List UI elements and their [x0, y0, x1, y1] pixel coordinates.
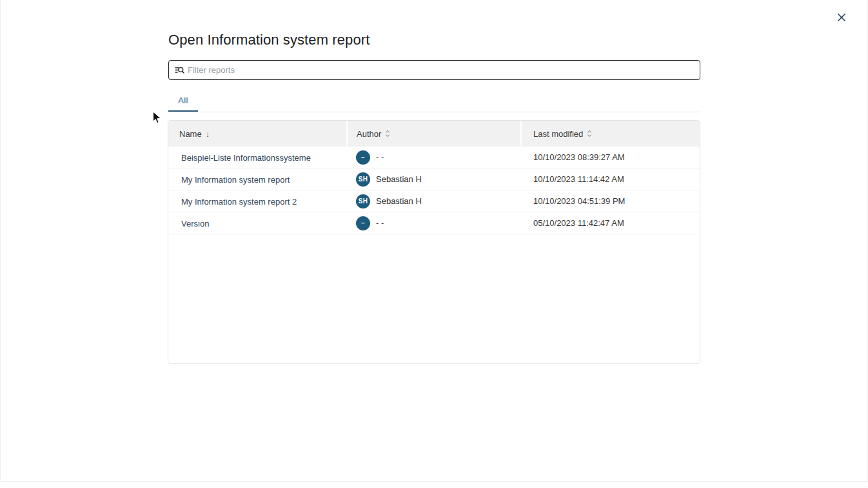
column-label-name: Name	[179, 129, 202, 139]
name-cell: Version	[168, 218, 348, 229]
close-icon	[836, 12, 847, 23]
column-header-name[interactable]: Name ↓	[168, 121, 346, 147]
last-modified-cell: 05/10/2023 11:42:47 AM	[522, 218, 700, 228]
author-cell: – - -	[348, 216, 522, 230]
close-button[interactable]	[834, 10, 848, 24]
table-row[interactable]: Version – - - 05/10/2023 11:42:47 AM	[168, 212, 700, 234]
column-label-last-modified: Last modified	[533, 129, 583, 139]
reports-table: Name ↓ Author Last modified B	[168, 120, 700, 364]
author-avatar: –	[356, 216, 370, 230]
modal-left-edge	[0, 0, 1, 481]
author-name: - -	[376, 152, 384, 162]
column-label-author: Author	[357, 129, 381, 139]
author-name: Sebastian H	[376, 174, 422, 184]
report-name-link[interactable]: Version	[181, 219, 209, 229]
last-modified-cell: 10/10/2023 08:39:27 AM	[522, 152, 700, 162]
sort-unsorted-icon	[385, 130, 390, 137]
author-avatar: –	[356, 150, 370, 165]
last-modified-cell: 10/10/2023 04:51:39 PM	[522, 196, 700, 206]
author-avatar: SH	[356, 194, 370, 208]
table-row[interactable]: My Information system report 2 SH Sebast…	[168, 190, 700, 212]
modal-bottom-edge	[0, 481, 868, 482]
tab-all[interactable]: All	[168, 90, 198, 110]
table-header: Name ↓ Author Last modified	[168, 121, 700, 147]
mouse-cursor-icon	[152, 111, 162, 127]
column-header-last-modified[interactable]: Last modified	[522, 121, 700, 147]
dialog-title: Open Information system report	[168, 32, 370, 48]
author-cell: SH Sebastian H	[348, 172, 522, 187]
name-cell: My Information system report 2	[168, 196, 348, 207]
author-avatar: SH	[356, 172, 370, 187]
filter-search-icon	[175, 65, 184, 75]
author-name: Sebastian H	[376, 196, 422, 206]
author-cell: SH Sebastian H	[348, 194, 522, 208]
name-cell: Beispiel-Liste Informationssysteme	[168, 152, 348, 163]
tabbar-divider	[168, 112, 700, 112]
filter-reports-input[interactable]	[188, 65, 694, 75]
author-name: - -	[376, 218, 384, 228]
report-name-link[interactable]: My Information system report	[181, 175, 290, 185]
last-modified-cell: 10/10/2023 11:14:42 AM	[522, 174, 700, 184]
table-row[interactable]: My Information system report SH Sebastia…	[168, 168, 700, 190]
filter-reports-field[interactable]	[168, 60, 700, 80]
author-cell: – - -	[348, 150, 522, 165]
sort-unsorted-icon	[587, 130, 592, 137]
name-cell: My Information system report	[168, 174, 348, 185]
table-body: Beispiel-Liste Informationssysteme – - -…	[168, 147, 700, 234]
report-name-link[interactable]: My Information system report 2	[181, 197, 297, 207]
sort-descending-icon: ↓	[206, 129, 210, 139]
column-header-author[interactable]: Author	[348, 121, 520, 147]
table-row[interactable]: Beispiel-Liste Informationssysteme – - -…	[168, 147, 700, 168]
open-report-dialog: { "dialog": { "title": "Open Information…	[0, 0, 868, 488]
report-name-link[interactable]: Beispiel-Liste Informationssysteme	[181, 153, 311, 163]
